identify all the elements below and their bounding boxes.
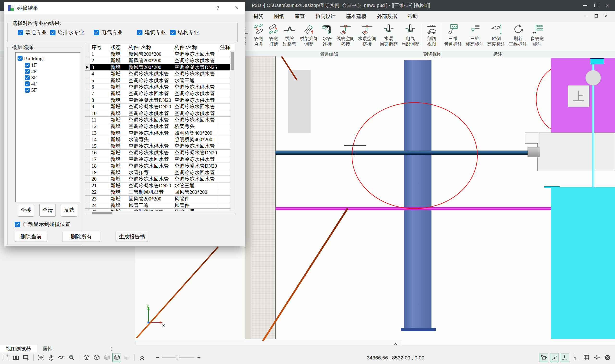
snap-tracking-button[interactable] <box>561 353 569 362</box>
doc-restore-button[interactable] <box>591 11 601 21</box>
table-header-1[interactable]: 状态 <box>109 44 127 51</box>
table-row[interactable]: 3新增新风管200*200空调冷凝水管DN25 <box>85 64 230 71</box>
row-selector-cell[interactable] <box>85 202 90 209</box>
row-selector-cell[interactable] <box>85 176 90 182</box>
ribbon-button-tray-lift-adjust[interactable]: 桥架升降调整 <box>298 23 320 48</box>
table-row[interactable]: 6新增空调冷冻水供水管空调冷冻水供水管 <box>85 84 230 90</box>
menu-item-0[interactable]: 提资 <box>249 13 268 20</box>
table-row[interactable]: 21新增空调冷凝水管DN20水管三通 <box>85 182 230 189</box>
table-row[interactable]: 15新增空调冷冻水供水管空调冷冻水回水管 <box>85 143 230 149</box>
table-row[interactable]: 24新增风管三通风管件 <box>85 202 230 209</box>
row-selector-cell[interactable] <box>85 150 90 156</box>
row-selector-cell[interactable] <box>85 57 90 64</box>
menu-item-4[interactable]: 基本建模 <box>342 13 371 20</box>
tile-windows-button[interactable] <box>12 353 20 362</box>
row-selector-cell[interactable] <box>85 90 90 97</box>
row-selector-cell[interactable] <box>85 156 90 163</box>
row-selector-cell[interactable] <box>85 84 90 90</box>
tree-item-3f[interactable]: 3F <box>25 74 80 81</box>
polar-tracking-button[interactable] <box>550 353 559 362</box>
viewport-3d[interactable]: 上 <box>245 56 615 347</box>
tree-item-4f[interactable]: 4F <box>25 81 80 87</box>
auto-locate-checkbox[interactable] <box>15 222 20 227</box>
table-header-0[interactable]: 序号 <box>90 44 109 51</box>
row-selector-cell[interactable] <box>85 189 90 195</box>
collapse-chevrons-button[interactable] <box>138 353 146 362</box>
dialog-help-button[interactable]: ? <box>214 4 222 12</box>
zoom-in-button[interactable]: + <box>197 354 201 361</box>
ribbon-button-3d-elevation-dimension[interactable]: 三维标高标注 <box>464 23 485 48</box>
table-row[interactable]: 1新增新风管200*200空调冷冻水回水管 <box>85 51 230 57</box>
table-row[interactable]: 22新增三管制风机盘管回风管200*200 <box>85 189 230 195</box>
shaded-edges-view-button[interactable] <box>112 353 121 362</box>
close-button[interactable]: × <box>602 0 613 11</box>
table-horizontal-scrollbar[interactable] <box>85 211 235 215</box>
table-row[interactable]: 25新增三管制风机盘管风管三通 <box>85 209 230 211</box>
row-selector-cell[interactable] <box>85 97 90 104</box>
table-row[interactable]: 12新增空调冷冻水供水管桥架弯头 <box>85 123 230 130</box>
tree-item-1f[interactable]: 1F <box>25 62 80 68</box>
ribbon-button-hvac-local-adjust[interactable]: 水暖局部调整 <box>378 23 400 48</box>
zoom-realtime-button[interactable] <box>67 353 76 362</box>
grid-display-button[interactable] <box>582 353 590 362</box>
new-window-button[interactable] <box>22 353 30 362</box>
table-vertical-scrollbar[interactable] <box>230 51 235 211</box>
clear-all-button[interactable]: 全清 <box>40 204 56 217</box>
new-view-button[interactable] <box>1 353 10 362</box>
table-row[interactable]: 7新增空调冷冻水回水管空调冷冻水供水管 <box>85 90 230 97</box>
table-header-3[interactable]: 构件2名称 <box>173 44 219 51</box>
profession-checkbox-architecture[interactable]: 建筑专业 <box>137 29 166 36</box>
delete-all-button[interactable]: 删除所有 <box>62 232 100 242</box>
ribbon-button-axonometric-height-dimension[interactable]: 轴侧高度标注 <box>485 23 507 48</box>
row-selector-cell[interactable] <box>85 64 90 71</box>
ribbon-button-3d-pipe-dimension[interactable]: XXX三维管道标注 <box>442 23 464 48</box>
ribbon-button-multi-pipe-dimension[interactable]: XXXXXX多管道标注 <box>529 23 546 48</box>
menu-item-1[interactable]: 图纸 <box>269 13 289 20</box>
menu-item-2[interactable]: 审查 <box>290 13 309 20</box>
maximize-button[interactable] <box>590 0 602 11</box>
table-row[interactable]: 9新增空调冷凝水管DN20空调冷冻水回水管 <box>85 104 230 110</box>
zoom-slider-track[interactable] <box>162 357 194 358</box>
shaded-view-button[interactable] <box>102 353 111 362</box>
table-header-4[interactable]: 注释 <box>219 44 235 51</box>
row-selector-cell[interactable] <box>85 209 90 211</box>
row-selector-cell[interactable] <box>85 117 90 123</box>
ortho-mode-button[interactable] <box>571 353 580 362</box>
profession-checkbox-electrical[interactable]: 电气专业 <box>94 29 122 36</box>
menu-item-5[interactable]: 外部数据 <box>372 13 402 20</box>
ribbon-button-pipe-break[interactable]: 管道打断 <box>266 23 281 48</box>
zoom-slider-thumb[interactable] <box>176 356 179 359</box>
row-selector-cell[interactable] <box>85 104 90 110</box>
table-row[interactable]: 19新增水管扣弯空调冷冻水回水管 <box>85 169 230 176</box>
object-snap-button[interactable] <box>540 353 548 362</box>
tab-view-browser[interactable]: 视图浏览器 <box>0 345 37 352</box>
table-row[interactable]: 14新增水管弯头照明桥架400*200 <box>85 136 230 143</box>
table-row[interactable]: 4新增空调冷冻水供水管空调冷冻水供水管 <box>85 71 230 77</box>
dialog-close-button[interactable]: × <box>232 3 242 12</box>
table-row[interactable]: 13新增空调冷冻水供水管照明桥架400*200 <box>85 130 230 136</box>
generate-report-button[interactable]: 生成报告书 <box>116 232 148 242</box>
table-row[interactable]: 5新增空调冷冻水供水管水管三通 <box>85 77 230 84</box>
settings-gear-button[interactable] <box>603 353 612 362</box>
row-selector-cell[interactable] <box>85 196 90 202</box>
row-selector-cell[interactable] <box>85 51 90 57</box>
vertical-scroll-thumb[interactable] <box>231 52 234 70</box>
ribbon-button-electrical-local-adjust[interactable]: 电气局部调整 <box>400 23 421 48</box>
row-selector-cell[interactable] <box>85 182 90 189</box>
table-row[interactable]: 16新增空调冷冻水供水管空调冷凝水管DN20 <box>85 150 230 156</box>
zoom-extents-button[interactable] <box>37 353 45 362</box>
table-row[interactable]: 20新增空调冷冻水回水管空调冷冻水回水管 <box>85 176 230 182</box>
table-row[interactable]: 10新增空调冷冻水供水管空调冷冻水供水管 <box>85 110 230 117</box>
menu-item-3[interactable]: 协同设计 <box>311 13 340 20</box>
invert-selection-button[interactable]: 反选 <box>61 204 77 217</box>
orbit-button[interactable] <box>57 353 66 362</box>
row-selector-cell[interactable] <box>85 169 90 176</box>
row-selector-cell[interactable] <box>85 163 90 169</box>
table-row[interactable]: 18新增空调冷冻水回水管空调冷凝水管DN20 <box>85 163 230 169</box>
hidden-line-view-button[interactable] <box>92 353 101 362</box>
table-row[interactable]: 2新增新风管200*200空调冷冻水供水管 <box>85 57 230 64</box>
pan-button[interactable] <box>47 353 55 362</box>
table-row[interactable]: 11新增空调冷冻水回水管空调冷冻水回水管 <box>85 117 230 123</box>
row-selector-cell[interactable] <box>85 136 90 143</box>
whole-building-button[interactable]: 全楼 <box>18 204 34 217</box>
